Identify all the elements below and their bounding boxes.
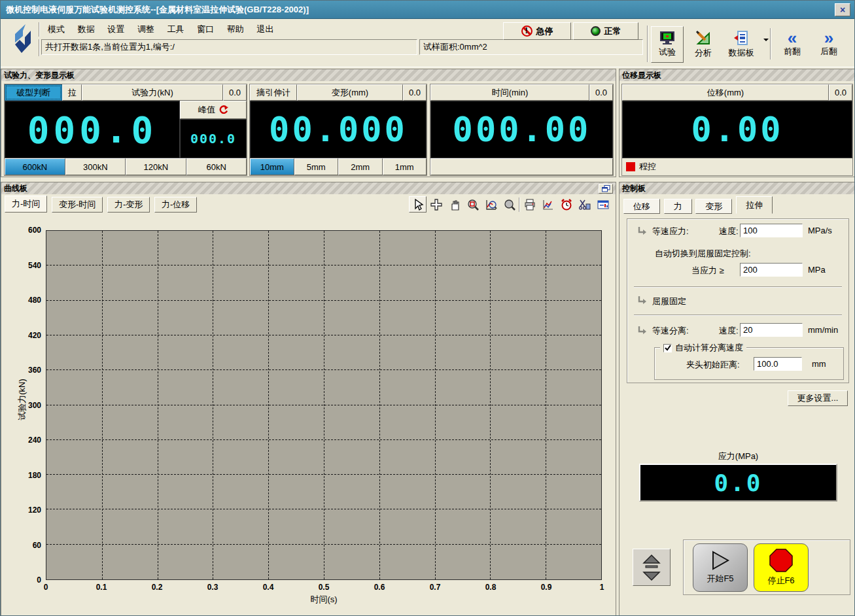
up-down-arrows-icon: [642, 554, 661, 581]
scissors-save-icon: [579, 199, 591, 211]
zoom-curve-button[interactable]: [482, 196, 500, 213]
separation-speed-input[interactable]: [740, 323, 803, 337]
force-label: 试验力(kN): [82, 84, 223, 101]
control-tab-bar: 位移 力 变形 拉伸: [623, 196, 774, 214]
tab-deform-control[interactable]: 变形: [695, 199, 732, 214]
move-tool-button[interactable]: [427, 196, 445, 213]
normal-status-button[interactable]: 正常: [573, 22, 638, 40]
realtime-clock-button[interactable]: [557, 196, 575, 213]
displacement-group: 位移(mm) 0.0 0.00 程控: [621, 84, 853, 176]
x-axis-title: 时间(s): [46, 594, 602, 606]
data-panel-button[interactable]: [594, 196, 612, 213]
force-range-120kn[interactable]: 120kN: [126, 158, 186, 175]
menu-item-exit[interactable]: 退出: [251, 22, 279, 37]
branch-arrow-icon: [638, 296, 646, 305]
window-title: 微机控制电液伺服万能试验机测控系统--[金属材料室温拉伸试验(GB/T228-2…: [6, 4, 309, 16]
data-panel-icon: [597, 199, 609, 211]
menu-item-window[interactable]: 窗口: [192, 22, 219, 37]
const-stress-speed-input[interactable]: [740, 224, 803, 237]
extensometer-button[interactable]: 摘引伸计: [250, 84, 297, 101]
time-label: 时间(min): [430, 84, 589, 101]
tab-force-time[interactable]: 力-时间: [5, 196, 47, 213]
start-button[interactable]: 开始F5: [693, 543, 748, 592]
auto-switch-text: 自动切换到屈服固定控制:: [655, 248, 751, 260]
deform-range-5mm[interactable]: 5mm: [294, 158, 339, 175]
zoom-select-button[interactable]: [464, 196, 481, 213]
move-crosshair-icon: [430, 199, 442, 211]
cursor-tool-button[interactable]: [409, 196, 427, 213]
grip-distance-input[interactable]: [754, 357, 802, 371]
control-panel-title: 控制板: [619, 182, 855, 194]
page-prev-button[interactable]: « 前翻: [775, 26, 809, 63]
force-range-60kn[interactable]: 60kN: [186, 158, 247, 175]
tab-force-displacement[interactable]: 力-位移: [154, 197, 197, 213]
test-mode-button[interactable]: 试验: [651, 26, 684, 63]
tension-settings-group: 等速应力: 速度: MPa/s 自动切换到屈服固定控制: 当应力 ≥ MPa 屈…: [627, 218, 849, 383]
menu-item-settings[interactable]: 设置: [102, 22, 130, 37]
plot-area[interactable]: [46, 230, 602, 580]
force-display-panel: 试验力、变形显示板 破型判断 拉 试验力(kN) 0.0 000.0 峰值: [1, 69, 616, 177]
force-range-600kn[interactable]: 600kN: [5, 158, 65, 175]
menu-item-adjust[interactable]: 调整: [132, 22, 160, 37]
grip-unit: mm: [812, 359, 826, 369]
application-window: 微机控制电液伺服万能试验机测控系统--[金属材料室温拉伸试验(GB/T228-2…: [0, 0, 855, 616]
break-judge-toggle[interactable]: 破型判断: [5, 84, 62, 101]
pan-hand-icon: [449, 199, 461, 211]
tab-force-control[interactable]: 力: [664, 199, 692, 214]
const-stress-label: 等速应力:: [652, 226, 689, 237]
force-range-300kn[interactable]: 300kN: [65, 158, 126, 175]
title-bar[interactable]: 微机控制电液伺服万能试验机测控系统--[金属材料室温拉伸试验(GB/T228-2…: [1, 1, 855, 19]
emergency-stop-button[interactable]: ! 急停: [503, 22, 571, 40]
restore-windows-icon: [602, 185, 610, 192]
deform-display: 00.000: [250, 101, 427, 158]
start-stop-group: 开始F5 停止F6: [683, 539, 850, 595]
compare-curves-button[interactable]: [539, 196, 557, 213]
pan-tool-button[interactable]: [445, 196, 463, 213]
separation-unit: mm/min: [808, 325, 838, 335]
double-chevron-right-icon: »: [824, 32, 833, 44]
magnifier-icon: [504, 199, 515, 211]
curve-tab-bar: 力-时间 变形-时间 力-变形 力-位移: [5, 196, 199, 213]
peak-button[interactable]: 峰值: [180, 101, 247, 119]
specimen-area-field: 试样面积:0mm^2: [419, 39, 643, 55]
force-aux-value: 0.0: [223, 84, 247, 101]
close-button[interactable]: ×: [835, 3, 850, 16]
deform-range-1mm[interactable]: 1mm: [383, 158, 427, 175]
page-next-button[interactable]: » 后翻: [812, 26, 846, 63]
auto-calc-checkbox[interactable]: [663, 344, 672, 352]
more-settings-button[interactable]: 更多设置...: [788, 390, 848, 406]
databoard-icon: [733, 31, 749, 45]
analysis-button[interactable]: 分析: [688, 26, 719, 63]
tab-displacement-control[interactable]: 位移: [623, 199, 660, 214]
program-control-indicator-icon: [626, 162, 635, 171]
clip-save-button[interactable]: [576, 196, 593, 213]
menu-item-data[interactable]: 数据: [73, 22, 100, 37]
stress-threshold-input[interactable]: [740, 263, 803, 277]
zoom-out-button[interactable]: [500, 196, 518, 213]
tab-force-deform[interactable]: 力-变形: [107, 197, 150, 213]
force-panel-title: 试验力、变形显示板: [1, 69, 616, 81]
menu-item-tools[interactable]: 工具: [162, 22, 190, 37]
databoard-button[interactable]: 数据板: [720, 26, 762, 63]
tab-deform-time[interactable]: 变形-时间: [52, 197, 103, 213]
grip-distance-label: 夹头初始距离:: [686, 359, 740, 371]
menu-item-help[interactable]: 帮助: [222, 22, 249, 37]
time-display: 000.00: [430, 101, 613, 158]
stop-button[interactable]: 停止F6: [754, 543, 809, 592]
double-chevron-left-icon: «: [788, 32, 797, 44]
force-display: 000.0: [5, 101, 180, 158]
auto-calc-label: 自动计算分离速度: [675, 342, 743, 354]
menu-item-mode[interactable]: 模式: [43, 22, 70, 37]
printer-icon: [524, 199, 536, 211]
deform-range-10mm[interactable]: 10mm: [250, 158, 294, 175]
tension-indicator[interactable]: 拉: [62, 84, 82, 101]
auto-calc-fieldset: 自动计算分离速度 夹头初始距离: mm: [654, 347, 844, 380]
databoard-dropdown-icon[interactable]: [763, 39, 769, 44]
panel-restore-button[interactable]: [599, 184, 613, 194]
tab-tension-control[interactable]: 拉伸: [736, 196, 773, 214]
crosshead-jog-button[interactable]: [633, 549, 671, 586]
print-button[interactable]: [521, 196, 538, 213]
deform-range-2mm[interactable]: 2mm: [338, 158, 383, 175]
time-group: 时间(min) 0.0 000.00: [430, 84, 614, 176]
play-icon: [710, 551, 730, 570]
